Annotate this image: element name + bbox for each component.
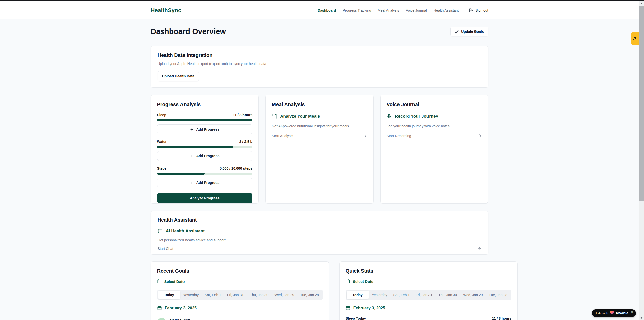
chat-bubble-icon bbox=[158, 229, 163, 234]
sleep-today-label: Sleep Today bbox=[346, 316, 366, 320]
quick-stats-selected-date: February 3, 2025 bbox=[346, 306, 511, 310]
quick-stats-select-date-button[interactable]: Select Date bbox=[346, 279, 511, 284]
steps-add-progress-button[interactable]: Add Progress bbox=[157, 178, 253, 187]
date-tab-fri-jan-31[interactable]: Fri, Jan 31 bbox=[224, 291, 247, 299]
sleep-metric: Sleep 11 / 8 hours Add Progress bbox=[157, 113, 253, 134]
app-viewport: HealthSync Dashboard Progress Tracking M… bbox=[0, 1, 639, 320]
goal-completed-check-icon bbox=[157, 318, 166, 320]
goal-list-item: Daily Sleep 11 / 8 hours bbox=[157, 318, 323, 320]
health-data-integration-card: Health Data Integration Upload your Appl… bbox=[151, 46, 488, 88]
sign-out-button[interactable]: Sign out bbox=[469, 8, 488, 12]
lovable-side-tab[interactable] bbox=[631, 32, 639, 45]
goal-name: Daily Sleep bbox=[170, 318, 190, 320]
vertical-scrollbar[interactable] bbox=[639, 1, 644, 320]
water-metric: Water 2 / 2.5 L Add Progress bbox=[157, 140, 253, 161]
meal-card-heading[interactable]: Analyze Your Meals bbox=[280, 114, 320, 119]
integration-card-title: Health Data Integration bbox=[158, 52, 482, 58]
sleep-label: Sleep bbox=[157, 113, 166, 117]
recent-goals-select-date-button[interactable]: Select Date bbox=[157, 279, 323, 284]
badge-close-icon[interactable]: × bbox=[631, 310, 633, 314]
update-goals-button[interactable]: Update Goals bbox=[450, 27, 488, 36]
recent-goals-selected-date: February 3, 2025 bbox=[157, 306, 323, 310]
water-progress-bar bbox=[157, 146, 253, 148]
sleep-add-progress-button[interactable]: Add Progress bbox=[157, 124, 253, 134]
sign-out-label: Sign out bbox=[475, 8, 488, 12]
nav-progress-tracking[interactable]: Progress Tracking bbox=[343, 8, 371, 12]
main-nav: Dashboard Progress Tracking Meal Analysi… bbox=[318, 8, 488, 12]
calendar-icon bbox=[157, 306, 162, 310]
plus-icon bbox=[190, 154, 194, 158]
sleep-value: 11 / 8 hours bbox=[233, 113, 252, 117]
arrow-right-icon bbox=[363, 134, 367, 138]
voice-card-heading[interactable]: Record Your Journey bbox=[395, 114, 438, 119]
sleep-progress-bar bbox=[157, 119, 253, 121]
assistant-card-description: Get personalized health advice and suppo… bbox=[158, 238, 482, 242]
recent-goals-card: Recent Goals Select Date Today Yesterday… bbox=[151, 261, 329, 320]
date-tab-yesterday[interactable]: Yesterday bbox=[180, 291, 202, 299]
meal-card-title: Meal Analysis bbox=[272, 102, 367, 107]
progress-analysis-card: Progress Analysis Sleep 11 / 8 hours Add… bbox=[151, 95, 259, 204]
steps-label: Steps bbox=[157, 166, 167, 170]
analyze-progress-button[interactable]: Analyze Progress bbox=[157, 193, 253, 203]
meal-card-description: Get AI-powered nutritional insights for … bbox=[272, 124, 367, 128]
date-tab-tue-jan-28[interactable]: Tue, Jan 28 bbox=[486, 291, 510, 299]
scrollbar-thumb[interactable] bbox=[639, 6, 644, 201]
date-tab-wed-jan-29[interactable]: Wed, Jan 29 bbox=[271, 291, 297, 299]
utensils-icon bbox=[272, 114, 277, 119]
integration-card-description: Upload your Apple Health export (export.… bbox=[158, 62, 482, 66]
microphone-icon bbox=[387, 114, 392, 119]
date-tab-sat-feb-1[interactable]: Sat, Feb 1 bbox=[390, 291, 413, 299]
app-header: HealthSync Dashboard Progress Tracking M… bbox=[0, 1, 639, 19]
nav-dashboard[interactable]: Dashboard bbox=[318, 8, 336, 12]
nav-meal-analysis[interactable]: Meal Analysis bbox=[378, 8, 399, 12]
voice-card-description: Log your health journey with voice notes bbox=[387, 124, 482, 128]
plus-icon bbox=[190, 181, 194, 185]
date-tab-yesterday[interactable]: Yesterday bbox=[369, 291, 390, 299]
sleep-today-value: 11 / 8 hours bbox=[492, 316, 511, 320]
nav-health-assistant[interactable]: Health Assistant bbox=[434, 8, 459, 12]
scroll-down-arrow-icon[interactable] bbox=[639, 316, 644, 320]
assistant-card-title: Health Assistant bbox=[158, 217, 482, 223]
nav-voice-journal[interactable]: Voice Journal bbox=[406, 8, 427, 12]
upload-health-data-button[interactable]: Upload Health Data bbox=[158, 71, 199, 81]
progress-card-title: Progress Analysis bbox=[157, 102, 253, 107]
water-add-progress-button[interactable]: Add Progress bbox=[157, 151, 253, 161]
voice-card-title: Voice Journal bbox=[387, 102, 482, 107]
steps-metric: Steps 5,000 / 10,000 steps Add Progress bbox=[157, 166, 253, 187]
date-tab-wed-jan-29[interactable]: Wed, Jan 29 bbox=[460, 291, 486, 299]
date-tab-fri-jan-31[interactable]: Fri, Jan 31 bbox=[413, 291, 435, 299]
recent-goals-title: Recent Goals bbox=[157, 268, 323, 274]
start-chat-link[interactable]: Start Chat bbox=[158, 246, 482, 251]
date-tab-sat-feb-1[interactable]: Sat, Feb 1 bbox=[202, 291, 224, 299]
start-recording-link[interactable]: Start Recording bbox=[387, 134, 482, 138]
start-analysis-link[interactable]: Start Analysis bbox=[272, 134, 367, 138]
plus-icon bbox=[190, 127, 194, 131]
page-title: Dashboard Overview bbox=[151, 27, 226, 36]
lovable-logo-icon bbox=[632, 36, 637, 42]
arrow-right-icon bbox=[477, 134, 482, 138]
date-tab-thu-jan-30[interactable]: Thu, Jan 30 bbox=[247, 291, 271, 299]
scroll-up-arrow-icon[interactable] bbox=[639, 1, 644, 5]
brand-logo: HealthSync bbox=[151, 7, 181, 14]
log-out-icon bbox=[469, 8, 473, 12]
date-tab-thu-jan-30[interactable]: Thu, Jan 30 bbox=[435, 291, 460, 299]
pencil-icon bbox=[455, 30, 459, 34]
edit-with-lovable-badge[interactable]: Edit with lovable × bbox=[592, 309, 636, 317]
meal-analysis-card: Meal Analysis Analyze Your Meals Get AI-… bbox=[265, 95, 374, 204]
voice-journal-card: Voice Journal Record Your Journey Log yo… bbox=[380, 95, 488, 204]
quick-stats-card: Quick Stats Select Date Today Yesterday … bbox=[339, 261, 518, 320]
water-label: Water bbox=[157, 140, 167, 144]
date-tab-today[interactable]: Today bbox=[347, 291, 369, 299]
date-tab-tue-jan-28[interactable]: Tue, Jan 28 bbox=[297, 291, 322, 299]
calendar-icon bbox=[346, 279, 350, 284]
date-tab-today[interactable]: Today bbox=[158, 291, 180, 299]
quick-stats-title: Quick Stats bbox=[346, 268, 511, 274]
health-assistant-card: Health Assistant AI Health Assistant Get… bbox=[151, 211, 488, 255]
calendar-icon bbox=[157, 279, 162, 284]
steps-value: 5,000 / 10,000 steps bbox=[220, 166, 252, 170]
assistant-card-heading[interactable]: AI Health Assistant bbox=[166, 229, 205, 234]
heart-gradient-icon bbox=[610, 311, 614, 316]
water-value: 2 / 2.5 L bbox=[239, 140, 252, 144]
recent-goals-date-tabs: Today Yesterday Sat, Feb 1 Fri, Jan 31 T… bbox=[157, 290, 323, 300]
window-top-edge bbox=[0, 0, 644, 1]
